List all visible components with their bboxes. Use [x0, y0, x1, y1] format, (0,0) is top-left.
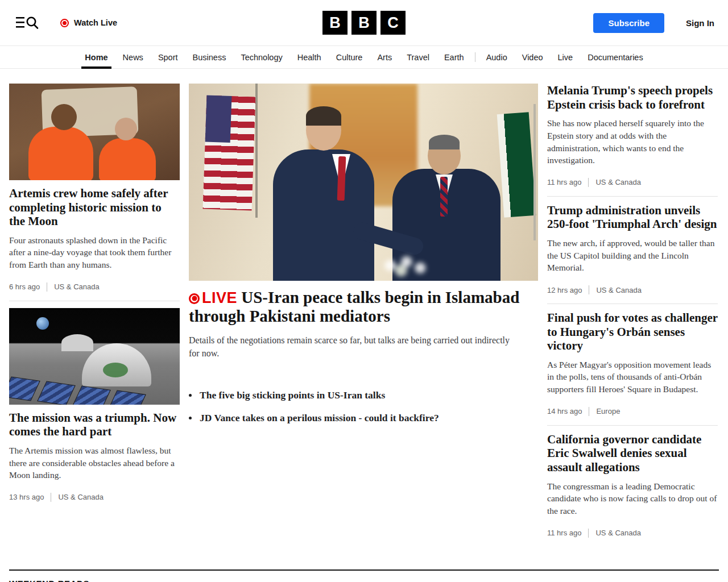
bbc-logo[interactable]: B B C: [322, 11, 406, 35]
section-title: WEEKEND READS: [9, 579, 719, 582]
red-tie: [337, 156, 346, 201]
primary-nav: Home News Sport Business Technology Heal…: [0, 45, 728, 69]
story-meta: 6 hrs ago US & Canada: [9, 282, 180, 292]
nav-item-live[interactable]: Live: [551, 46, 581, 68]
vance-figure: [273, 149, 374, 281]
meta-divider: [588, 529, 589, 538]
story-headline[interactable]: California governor candidate Eric Swalw…: [547, 433, 718, 475]
story-divider: [547, 425, 718, 426]
meta-divider: [589, 407, 589, 416]
story-meta: 11 hrs ago US & Canada: [547, 178, 718, 187]
story-section-tag[interactable]: US & Canada: [595, 529, 641, 537]
sharif-face: [428, 137, 461, 174]
nav-item-culture[interactable]: Culture: [329, 46, 370, 68]
astronaut-figure: [99, 138, 156, 180]
story-divider: [9, 301, 180, 301]
solar-panel: [37, 381, 76, 405]
story-meta: 13 hrs ago US & Canada: [9, 493, 180, 502]
left-column: Artemis crew home safely after completin…: [9, 84, 180, 538]
story-headline[interactable]: Trump administration unveils 250-foot 'T…: [547, 203, 718, 231]
watch-live-button[interactable]: Watch Live: [60, 18, 117, 27]
story-meta: 11 hrs ago US & Canada: [547, 529, 718, 538]
nav-item-home[interactable]: Home: [77, 46, 115, 68]
related-link[interactable]: The five big sticking points in US-Iran …: [189, 389, 538, 401]
moon-dome-small: [61, 334, 93, 351]
bbc-logo-block: C: [380, 11, 406, 35]
flag-pole: [255, 84, 258, 218]
nav-item-travel[interactable]: Travel: [399, 46, 437, 68]
nav-divider: [475, 52, 475, 62]
story-section-tag[interactable]: US & Canada: [54, 282, 100, 291]
weekend-reads-section: WEEKEND READS: [9, 569, 719, 582]
watch-live-label: Watch Live: [74, 18, 117, 27]
story-summary: The new arch, if approved, would be tall…: [547, 237, 718, 274]
site-header: Watch Live B B C Subscribe Sign In: [0, 0, 728, 45]
astronaut-head: [115, 118, 137, 140]
story-section-tag[interactable]: Europe: [596, 407, 620, 415]
nav-item-sport[interactable]: Sport: [151, 46, 185, 68]
center-column: LIVE US-Iran peace talks begin in Islama…: [189, 84, 538, 538]
related-link[interactable]: JD Vance takes on a perilous mission - c…: [189, 412, 538, 424]
astronaut-figure: [28, 127, 93, 180]
white-flowers: [377, 253, 431, 278]
story-image-astronauts[interactable]: [9, 84, 180, 180]
story-summary: The Artemis mission was almost flawless,…: [9, 444, 180, 481]
right-column: Melania Trump's speech propels Epstein c…: [547, 84, 718, 538]
sign-in-button[interactable]: Sign In: [686, 18, 714, 28]
bbc-logo-block: B: [322, 11, 348, 35]
meta-divider: [588, 178, 589, 187]
live-circle-icon: [189, 293, 200, 304]
story-summary: The congressman is a leading Democratic …: [547, 480, 718, 517]
story-summary: Four astronauts splashed down in the Pac…: [9, 234, 180, 271]
nav-item-news[interactable]: News: [115, 46, 151, 68]
story-headline[interactable]: Final push for votes as challenger to Hu…: [547, 311, 718, 353]
flag-pole: [533, 104, 536, 240]
main-headline-text: US-Iran peace talks begin in Islamabad t…: [189, 288, 519, 325]
story-headline[interactable]: Melania Trump's speech propels Epstein c…: [547, 84, 718, 111]
story-timestamp: 12 hrs ago: [547, 286, 582, 294]
meta-divider: [589, 285, 589, 294]
story-meta: 12 hrs ago US & Canada: [547, 285, 718, 294]
story-timestamp: 6 hrs ago: [9, 282, 40, 291]
main-content: Artemis crew home safely after completin…: [0, 69, 728, 538]
story-section-tag[interactable]: US & Canada: [58, 493, 104, 501]
dome-greenhouse: [103, 363, 128, 377]
solar-panel: [107, 390, 146, 405]
story-section-tag[interactable]: US & Canada: [596, 286, 642, 294]
story-headline[interactable]: Artemis crew home safely after completin…: [9, 186, 180, 228]
nav-item-video[interactable]: Video: [515, 46, 551, 68]
nav-item-business[interactable]: Business: [185, 46, 234, 68]
story-timestamp: 14 hrs ago: [547, 407, 582, 415]
solar-panel: [9, 376, 40, 401]
nav-item-audio[interactable]: Audio: [479, 46, 515, 68]
nav-item-technology[interactable]: Technology: [233, 46, 289, 68]
story-meta: 14 hrs ago Europe: [547, 407, 718, 416]
story-image-moon-base[interactable]: [9, 308, 180, 405]
solar-panel: [72, 385, 111, 405]
story-timestamp: 11 hrs ago: [547, 529, 581, 537]
story-divider: [547, 304, 718, 304]
related-links: The five big sticking points in US-Iran …: [189, 389, 538, 424]
main-story-image-handshake[interactable]: [189, 84, 538, 281]
nav-item-health[interactable]: Health: [290, 46, 329, 68]
bbc-logo-block: B: [351, 11, 377, 35]
meta-divider: [47, 282, 47, 292]
meta-divider: [51, 493, 51, 502]
striped-tie: [440, 177, 448, 217]
nav-item-earth[interactable]: Earth: [437, 46, 471, 68]
nav-item-documentaries[interactable]: Documentaries: [580, 46, 651, 68]
nav-item-arts[interactable]: Arts: [370, 46, 399, 68]
story-summary: As Péter Magyar's opposition movement le…: [547, 359, 718, 396]
story-section-tag[interactable]: US & Canada: [595, 178, 641, 186]
story-headline[interactable]: The mission was a triumph. Now comes the…: [9, 411, 180, 439]
pakistan-flag: [497, 112, 536, 217]
vance-face: [306, 110, 341, 151]
section-rule: [9, 569, 719, 571]
main-story-headline[interactable]: LIVE US-Iran peace talks begin in Islama…: [189, 288, 538, 326]
story-timestamp: 13 hrs ago: [9, 493, 44, 501]
live-badge: LIVE: [202, 289, 237, 306]
menu-search-button[interactable]: [14, 14, 41, 32]
astronaut-head: [51, 104, 77, 130]
subscribe-button[interactable]: Subscribe: [593, 13, 664, 33]
story-timestamp: 11 hrs ago: [547, 178, 581, 186]
